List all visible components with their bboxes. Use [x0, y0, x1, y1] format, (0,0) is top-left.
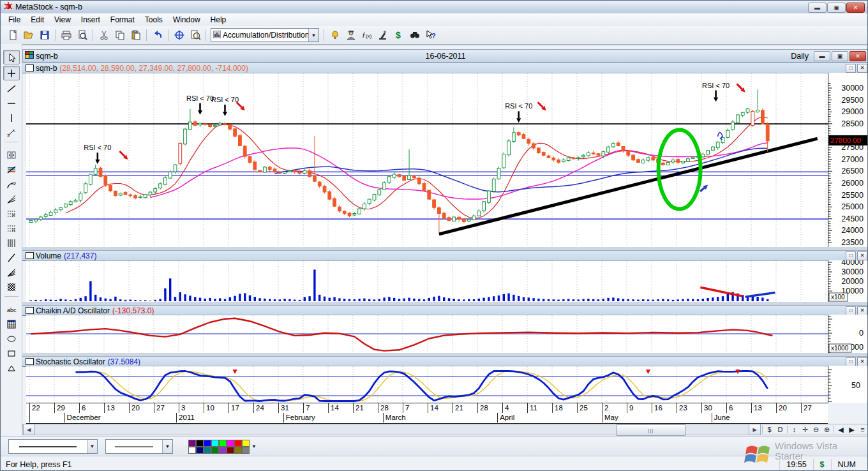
volume-trendline[interactable] — [745, 293, 775, 297]
panel-maximize-icon[interactable]: □ — [846, 306, 856, 315]
preview-icon[interactable] — [75, 28, 89, 42]
copy-icon[interactable] — [112, 28, 127, 42]
tool-fib-arc[interactable] — [4, 177, 19, 191]
function-icon[interactable]: f(x) — [359, 28, 374, 42]
price-chart[interactable]: RSI < 70RSI < 70RSI < 70RSI < 70RSI < 70 — [26, 73, 828, 248]
helparrow-icon[interactable]: ? — [423, 28, 438, 42]
panel-checkbox-icon[interactable] — [26, 64, 34, 71]
stoch-chart[interactable] — [26, 366, 828, 403]
stoch-axis[interactable]: 50 — [828, 366, 868, 403]
close-button[interactable]: ✕ — [846, 3, 865, 13]
color-swatch[interactable] — [188, 447, 196, 454]
tool-fib-retracement[interactable]: R — [4, 221, 19, 235]
stoch-sell-arrows[interactable] — [233, 370, 740, 374]
menu-item-tools[interactable]: Tools — [140, 14, 168, 26]
paste-icon[interactable] — [128, 28, 143, 42]
vzoom-button[interactable]: ↕ — [789, 424, 800, 435]
panel-maximize-icon[interactable]: □ — [846, 357, 856, 366]
tool-fib-projection[interactable]: P — [4, 207, 19, 220]
volume-axis[interactable]: 10000200003000040000x100 — [828, 260, 868, 302]
next-button[interactable]: ▶ — [846, 424, 857, 435]
menu-item-window[interactable]: Window — [168, 14, 206, 26]
tool-triangle-tool[interactable] — [4, 361, 19, 375]
zoomin-button[interactable]: ⊕ — [821, 424, 832, 435]
tool-text-tool[interactable]: abc — [4, 303, 19, 316]
pan-button[interactable]: ✛ — [800, 424, 811, 435]
titlebar[interactable]: M MetaStock - sqm-b ▬ ▣ ✕ — [1, 1, 867, 14]
indicator-combobox[interactable]: Accumulation/Distribution▼ — [211, 28, 319, 42]
volume-panel-titlebar[interactable]: Volume (217,437) □✕ — [22, 250, 868, 261]
chart-minimize-button[interactable]: ▬ — [814, 51, 830, 61]
panel-close-icon[interactable]: ✕ — [857, 251, 867, 260]
color-swatch[interactable] — [204, 447, 211, 454]
volume-trendline[interactable] — [700, 287, 742, 296]
chevron-down-icon[interactable]: ▼ — [87, 440, 97, 453]
chaikin-axis[interactable]: 0-1000x1000 — [828, 315, 868, 353]
tool-pattern-fill[interactable] — [4, 280, 19, 294]
chaikin-chart[interactable] — [26, 315, 828, 354]
price-panel-titlebar[interactable]: sqm-b (28,514.00, 28,590.00, 27,349.00, … — [22, 63, 868, 73]
color-swatch[interactable] — [234, 440, 242, 447]
periodicity-label[interactable]: Daily — [791, 52, 809, 61]
panel-close-icon[interactable]: ✕ — [857, 357, 867, 366]
zoomout-button[interactable]: ⊖ — [811, 424, 821, 435]
tool-styled-lines[interactable] — [4, 163, 19, 176]
scrollbar-thumb[interactable]: ||| — [616, 424, 686, 436]
tool-fib-timezones[interactable] — [4, 236, 19, 250]
tool-speed-lines[interactable] — [4, 265, 19, 279]
color-swatch[interactable] — [219, 440, 227, 447]
color-swatch[interactable] — [204, 440, 211, 447]
tool-trendline2[interactable] — [4, 251, 19, 264]
tool-grid-tool[interactable] — [4, 317, 19, 331]
volume-chart[interactable] — [26, 260, 828, 303]
panel-checkbox-icon[interactable] — [26, 307, 34, 314]
line-weight-combo[interactable]: ▼ — [105, 439, 173, 454]
zoomdoc-icon[interactable] — [188, 28, 202, 42]
explore-icon[interactable] — [375, 28, 390, 42]
minimize-button[interactable]: ▬ — [808, 3, 827, 13]
menu-item-view[interactable]: View — [49, 14, 76, 26]
vscale-button[interactable]: $ — [764, 424, 775, 435]
chevron-down-icon[interactable]: ▼ — [162, 440, 172, 453]
save-icon[interactable] — [37, 28, 52, 42]
D-button[interactable]: D — [775, 424, 786, 435]
crosshair-icon[interactable] — [172, 28, 186, 42]
prev-button[interactable]: ◀ — [835, 424, 846, 435]
tool-fib-fan[interactable] — [4, 192, 19, 206]
scroll-left-icon[interactable]: ◀ — [23, 424, 35, 435]
layout-button[interactable]: ≡ — [857, 424, 868, 435]
color-swatch[interactable] — [227, 440, 234, 447]
scan-icon[interactable] — [407, 28, 422, 42]
color-swatch[interactable] — [242, 447, 250, 454]
tool-crosshair2[interactable] — [3, 66, 20, 80]
scroll-right-icon[interactable]: ▶ — [749, 424, 761, 435]
color-swatch[interactable] — [211, 440, 219, 447]
tool-stop-tool[interactable]: SL — [4, 126, 19, 139]
chart-close-button[interactable]: ✕ — [849, 51, 866, 61]
color-swatch[interactable] — [242, 440, 250, 447]
color-swatch[interactable] — [227, 447, 234, 454]
color-swatch[interactable] — [196, 440, 204, 447]
scrollbar-track[interactable]: ||| — [35, 424, 749, 435]
tool-ellipse-tool[interactable] — [4, 332, 19, 345]
panel-maximize-icon[interactable]: □ — [846, 251, 856, 260]
tool-horizontal-line[interactable] — [4, 96, 19, 110]
price-axis[interactable]: 2350024000245002500025500260002650027000… — [828, 73, 868, 247]
dollar-icon[interactable]: $ — [391, 28, 406, 42]
color-swatch[interactable] — [211, 447, 219, 454]
expert-icon[interactable] — [343, 28, 358, 42]
tool-rectangle-tool[interactable] — [4, 347, 19, 360]
chevron-down-icon[interactable]: ▼ — [251, 444, 257, 449]
menu-item-edit[interactable]: Edit — [26, 14, 49, 26]
tool-panes[interactable] — [4, 148, 19, 161]
chevron-down-icon[interactable]: ▼ — [308, 29, 318, 41]
color-swatch[interactable] — [219, 447, 227, 454]
new-icon[interactable] — [5, 28, 20, 42]
undo-icon[interactable] — [150, 28, 165, 42]
tool-trendline[interactable] — [4, 82, 19, 95]
color-swatch[interactable] — [188, 440, 196, 447]
alert-icon[interactable] — [327, 28, 342, 42]
color-swatch[interactable] — [234, 447, 242, 454]
tool-pointer[interactable] — [3, 50, 20, 64]
chart-restore-button[interactable]: ▣ — [832, 51, 848, 61]
